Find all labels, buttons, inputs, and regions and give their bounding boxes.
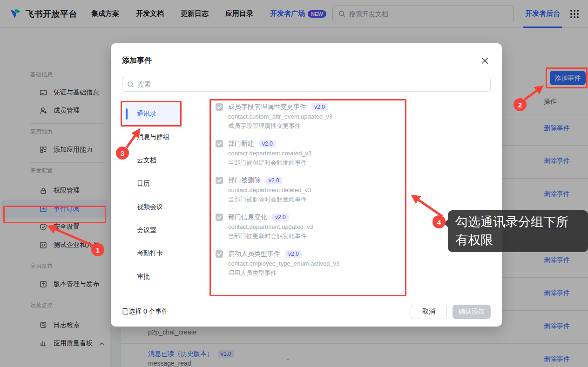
event-checkbox[interactable] [216, 140, 223, 147]
search-icon [127, 81, 134, 88]
event-list: 成员字段管理属性变更事件 v2.0 contact.custom_attr_ev… [210, 99, 406, 296]
event-id: contact.department.updated_v3 [228, 223, 406, 230]
event-item: 成员字段管理属性变更事件 v2.0 contact.custom_attr_ev… [216, 103, 406, 130]
tab-messages-groups[interactable]: 消息与群组 [123, 127, 181, 148]
event-description: 当部门被删除时会触发此事件 [228, 195, 406, 204]
annotation-step-1: 1 [91, 243, 104, 256]
event-checkbox[interactable] [216, 250, 223, 258]
event-title: 启动人员类型事件 [228, 250, 280, 258]
version-badge: v2.0 [285, 250, 302, 258]
event-checkbox[interactable] [216, 103, 223, 111]
tab-cloud-docs[interactable]: 云文档 [123, 150, 181, 171]
version-badge: v2.0 [272, 214, 289, 221]
tab-calendar[interactable]: 日历 [123, 173, 181, 194]
screen: 飞书开放平台 集成方案 开发文档 更新日志 应用目录 开发者广场 NEW 开发者… [0, 0, 588, 367]
modal-footer: 已选择 0 个事件 取消 确认添加 [122, 304, 491, 319]
event-category-tabs: 通讯录 消息与群组 云文档 日历 视频会议 会议室 考勤打卡 审批 [123, 103, 181, 289]
tab-approval[interactable]: 审批 [123, 266, 181, 287]
annotation-step-4: 4 [433, 215, 446, 228]
event-title: 部门新建 [228, 140, 254, 148]
modal-search[interactable] [122, 77, 491, 92]
annotation-step-3: 3 [116, 147, 129, 160]
event-description: 当部门被创建时会触发此事件 [228, 159, 406, 167]
close-icon[interactable] [480, 55, 490, 66]
event-id: contact.custom_attr_event.updated_v3 [228, 113, 406, 120]
event-checkbox[interactable] [216, 177, 223, 184]
event-description: 启用人员类型事件 [228, 269, 406, 277]
event-id: contact.department.created_v3 [228, 150, 406, 157]
cancel-button[interactable]: 取消 [411, 305, 447, 319]
event-description: 当部门被更新时会触发此事件 [228, 232, 406, 240]
event-item: 部门新建 v2.0 contact.department.created_v3 … [216, 140, 406, 167]
event-id: contact.department.deleted_v3 [228, 187, 406, 194]
annotation-tooltip: 勾选通讯录分组下所有权限 [448, 210, 588, 252]
event-item: 部门信息变化 v2.0 contact.department.updated_v… [216, 213, 406, 240]
event-item: 启动人员类型事件 v2.0 contact.employee_type_enum… [216, 250, 406, 277]
version-badge: v2.0 [259, 140, 276, 147]
add-event-modal: 添加事件 通讯录 消息与群组 云文档 日历 视频会议 会议室 考勤打卡 审批 [111, 43, 502, 327]
tab-video-meeting[interactable]: 视频会议 [123, 196, 181, 218]
event-title: 成员字段管理属性变更事件 [228, 103, 306, 111]
selected-count-text: 已选择 0 个事件 [122, 307, 169, 316]
tab-meeting-room[interactable]: 会议室 [123, 220, 181, 241]
version-badge: v2.0 [311, 103, 328, 111]
event-title: 部门信息变化 [228, 213, 267, 221]
event-search-input[interactable] [138, 80, 486, 88]
tab-attendance[interactable]: 考勤打卡 [123, 243, 181, 264]
event-checkbox[interactable] [216, 214, 223, 221]
event-id: contact.employee_type_enum.actived_v3 [228, 260, 406, 267]
event-item: 部门被删除 v2.0 contact.department.deleted_v3… [216, 176, 406, 204]
confirm-add-button[interactable]: 确认添加 [453, 305, 491, 319]
tab-contacts[interactable]: 通讯录 [123, 103, 181, 125]
event-title: 部门被删除 [228, 176, 261, 185]
annotation-step-2: 2 [514, 98, 527, 111]
version-badge: v2.0 [266, 177, 282, 184]
event-description: 成员字段管理属性变更事件 [228, 122, 406, 130]
modal-title: 添加事件 [122, 56, 152, 66]
